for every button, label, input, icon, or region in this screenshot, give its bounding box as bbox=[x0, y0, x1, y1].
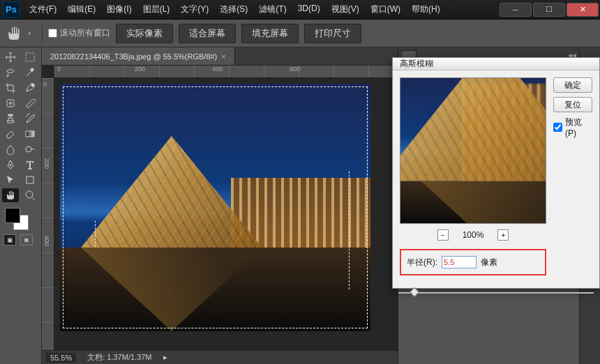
vertical-ruler: 0 200 400 bbox=[42, 78, 54, 350]
history-brush-tool[interactable] bbox=[22, 112, 38, 126]
menubar: 文件(F) 编辑(E) 图像(I) 图层(L) 文字(Y) 选择(S) 滤镜(T… bbox=[25, 1, 500, 18]
hand-tool-icon bbox=[6, 25, 22, 42]
options-bar: ▾ 滚动所有窗口 实际像素 适合屏幕 填充屏幕 打印尺寸 bbox=[0, 20, 600, 47]
scroll-all-label: 滚动所有窗口 bbox=[60, 27, 110, 39]
menu-edit[interactable]: 编辑(E) bbox=[63, 1, 100, 18]
dodge-tool[interactable] bbox=[22, 142, 38, 156]
quickmask-mode-icon[interactable]: ◙ bbox=[20, 234, 33, 245]
healing-brush-tool[interactable] bbox=[2, 96, 19, 110]
menu-select[interactable]: 选择(S) bbox=[216, 1, 252, 18]
svg-point-8 bbox=[26, 191, 33, 198]
menu-file[interactable]: 文件(F) bbox=[25, 1, 61, 18]
ruler-tick: 200 bbox=[43, 158, 50, 169]
preview-checkbox-label[interactable]: 预览(P) bbox=[553, 116, 592, 138]
fill-screen-button[interactable]: 填充屏幕 bbox=[241, 24, 299, 43]
actual-pixels-button[interactable]: 实际像素 bbox=[116, 24, 173, 43]
preview-zoom-out[interactable]: − bbox=[437, 229, 449, 241]
move-tool[interactable] bbox=[2, 50, 19, 64]
svg-rect-4 bbox=[26, 131, 34, 137]
svg-point-5 bbox=[26, 146, 31, 152]
magic-wand-tool[interactable] bbox=[22, 66, 38, 79]
radius-slider[interactable] bbox=[398, 288, 594, 298]
radius-input[interactable] bbox=[442, 256, 477, 268]
ruler-tick: 0 bbox=[43, 81, 47, 88]
eyedropper-tool[interactable] bbox=[22, 81, 38, 95]
lasso-tool[interactable] bbox=[2, 66, 19, 79]
ruler-tick: 200 bbox=[135, 66, 145, 73]
doc-size-label: 文档: bbox=[87, 353, 105, 361]
marquee-tool[interactable] bbox=[22, 50, 38, 64]
ruler-tick: 0 bbox=[57, 66, 61, 73]
svg-rect-3 bbox=[8, 114, 13, 116]
close-button[interactable]: ✕ bbox=[567, 3, 599, 17]
horizontal-ruler: 0 200 400 600 bbox=[54, 66, 398, 78]
brush-tool[interactable] bbox=[22, 96, 38, 110]
ok-button[interactable]: 确定 bbox=[553, 77, 592, 93]
doc-size-value: 1.37M/1.37M bbox=[107, 353, 151, 361]
maximize-button[interactable]: ☐ bbox=[533, 3, 565, 17]
eraser-tool[interactable] bbox=[2, 127, 19, 141]
status-caret[interactable]: ▸ bbox=[163, 353, 167, 362]
gradient-tool[interactable] bbox=[22, 127, 38, 141]
minimize-button[interactable]: ─ bbox=[500, 3, 532, 17]
svg-point-6 bbox=[10, 165, 11, 166]
ruler-tick: 600 bbox=[290, 66, 300, 73]
ruler-tick: 400 bbox=[43, 236, 50, 246]
canvas[interactable] bbox=[60, 84, 370, 331]
blur-preview[interactable] bbox=[400, 77, 546, 224]
status-bar: 55.5% 文档: 1.37M/1.37M ▸ bbox=[42, 350, 398, 364]
document-tab-label: 20120822134406_T3Bja.jpeg @ 55.5%(RGB/8#… bbox=[50, 52, 217, 61]
clone-stamp-tool[interactable] bbox=[2, 112, 19, 126]
app-logo: Ps bbox=[3, 1, 20, 18]
type-tool[interactable] bbox=[22, 158, 38, 172]
ruler-tick: 400 bbox=[212, 66, 223, 73]
menu-filter[interactable]: 滤镜(T) bbox=[255, 1, 290, 18]
zoom-tool[interactable] bbox=[22, 188, 38, 202]
scroll-all-checkbox[interactable] bbox=[48, 29, 57, 38]
fit-screen-button[interactable]: 适合屏幕 bbox=[179, 24, 236, 43]
shape-tool[interactable] bbox=[22, 173, 38, 187]
radius-slider-thumb[interactable] bbox=[410, 287, 419, 297]
radius-unit: 像素 bbox=[481, 257, 497, 268]
preview-label-text: 预览(P) bbox=[565, 116, 592, 138]
document-area: 20120822134406_T3Bja.jpeg @ 55.5%(RGB/8#… bbox=[42, 47, 398, 364]
reset-button[interactable]: 复位 bbox=[553, 97, 592, 112]
svg-point-1 bbox=[31, 84, 34, 86]
crop-tool[interactable] bbox=[2, 81, 19, 95]
toolbox: ▣ ◙ bbox=[0, 47, 42, 364]
zoom-level[interactable]: 55.5% bbox=[46, 353, 76, 363]
menu-window[interactable]: 窗口(W) bbox=[366, 1, 405, 18]
tool-preset-caret[interactable]: ▾ bbox=[28, 30, 36, 37]
menu-help[interactable]: 帮助(H) bbox=[407, 1, 444, 18]
hand-tool[interactable] bbox=[2, 188, 19, 202]
document-tab[interactable]: 20120822134406_T3Bja.jpeg @ 55.5%(RGB/8#… bbox=[42, 47, 235, 65]
dialog-title: 高斯模糊 bbox=[393, 58, 599, 70]
preview-checkbox[interactable] bbox=[553, 123, 562, 132]
radius-label: 半径(R): bbox=[407, 257, 437, 268]
menu-view[interactable]: 视图(V) bbox=[327, 1, 363, 18]
menu-type[interactable]: 文字(Y) bbox=[177, 1, 213, 18]
blur-tool[interactable] bbox=[2, 142, 19, 156]
svg-rect-0 bbox=[26, 53, 34, 61]
svg-rect-7 bbox=[27, 176, 33, 183]
document-tab-close[interactable]: × bbox=[221, 52, 225, 61]
pen-tool[interactable] bbox=[2, 158, 19, 172]
preview-zoom-in[interactable]: + bbox=[497, 229, 509, 241]
menu-layer[interactable]: 图层(L) bbox=[139, 1, 174, 18]
color-swatches[interactable] bbox=[2, 206, 39, 232]
menu-3d[interactable]: 3D(D) bbox=[294, 1, 324, 18]
path-selection-tool[interactable] bbox=[2, 173, 19, 187]
preview-zoom-level: 100% bbox=[463, 230, 484, 240]
print-size-button[interactable]: 打印尺寸 bbox=[304, 24, 361, 43]
menu-image[interactable]: 图像(I) bbox=[103, 1, 135, 18]
scroll-all-windows-check[interactable]: 滚动所有窗口 bbox=[48, 27, 110, 39]
foreground-color[interactable] bbox=[5, 208, 20, 223]
gaussian-blur-dialog: 高斯模糊 − 100% + 半径(R): 像素 确 bbox=[392, 57, 600, 289]
standard-mode-icon[interactable]: ▣ bbox=[3, 234, 16, 245]
